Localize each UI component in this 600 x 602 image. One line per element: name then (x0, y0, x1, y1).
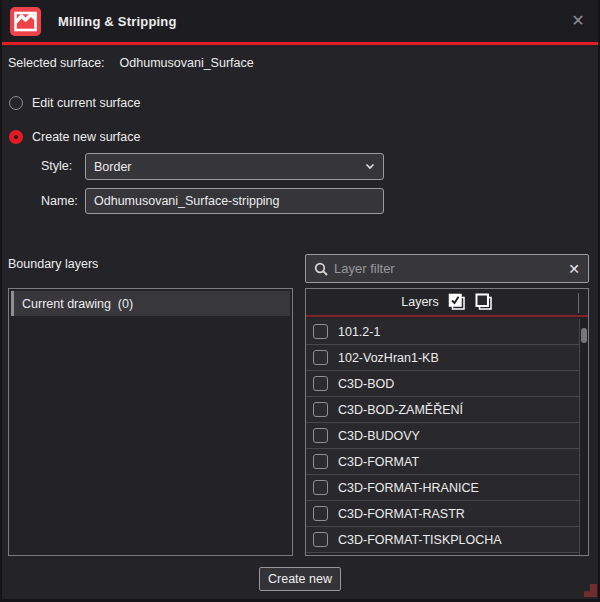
layer-checkbox[interactable] (313, 506, 328, 521)
layer-checkbox[interactable] (313, 376, 328, 391)
layer-checkbox[interactable] (313, 454, 328, 469)
layer-row[interactable]: C3D-FORMAT-TISKPLOCHA (306, 527, 579, 553)
selected-surface-row: Selected surface: Odhumusovani_Surface (8, 56, 254, 70)
layer-name: C3D-BOD (338, 377, 394, 391)
selected-surface-label: Selected surface: (8, 56, 105, 70)
layer-name: 102-VozHran1-KB (338, 351, 439, 365)
chevron-down-icon (365, 163, 375, 170)
layer-row[interactable]: C3D-FORMAT (306, 449, 579, 475)
style-select[interactable]: Border (85, 153, 384, 180)
layer-name: 101.2-1 (338, 325, 380, 339)
layer-name: C3D-FORMAT-TISKPLOCHA (338, 533, 502, 547)
layers-scrollbar[interactable] (579, 319, 588, 555)
radio-create-new-surface[interactable]: Create new surface (9, 130, 140, 144)
style-label: Style: (41, 159, 72, 173)
style-select-value: Border (94, 160, 132, 174)
layer-row[interactable]: C3D-BUDOVY (306, 423, 579, 449)
layer-name: C3D-FORMAT (338, 455, 419, 469)
column-divider (578, 293, 579, 313)
layer-row[interactable]: C3D-BOD-ZAMĚŘENÍ (306, 397, 579, 423)
layer-checkbox[interactable] (313, 402, 328, 417)
milling-stripping-dialog: Milling & Stripping ✕ Selected surface: … (0, 0, 600, 602)
boundary-layers-label: Boundary layers (8, 257, 98, 271)
layer-name: C3D-FORMAT-RASTR (338, 507, 465, 521)
search-icon (314, 262, 328, 276)
layer-checkbox[interactable] (313, 480, 328, 495)
layer-row[interactable]: 102-VozHran1-KB (306, 345, 579, 371)
clear-filter-icon[interactable]: ✕ (562, 261, 580, 277)
boundary-source-list: Current drawing (0) (8, 288, 293, 556)
select-all-layers-icon[interactable] (448, 293, 466, 311)
layers-column-header: Layers (306, 289, 588, 317)
name-input[interactable] (85, 188, 384, 214)
layer-row[interactable]: C3D-FORMAT-RASTR (306, 501, 579, 527)
radio-label: Create new surface (32, 130, 140, 144)
layer-row[interactable]: 101.2-1 (306, 319, 579, 345)
deselect-all-layers-icon[interactable] (475, 293, 493, 311)
accent-divider (0, 42, 600, 45)
layer-checkbox[interactable] (313, 428, 328, 443)
list-item-current-drawing[interactable]: Current drawing (0) (11, 291, 290, 316)
window-edge-left (0, 0, 2, 602)
layer-row[interactable]: C3D-FORMAT-HRANICE (306, 475, 579, 501)
layer-name: C3D-BUDOVY (338, 429, 420, 443)
title-bar: Milling & Stripping ✕ (0, 0, 600, 42)
close-icon[interactable]: ✕ (569, 12, 587, 30)
layer-checkbox[interactable] (313, 324, 328, 339)
scrollbar-thumb[interactable] (581, 328, 587, 343)
layers-panel: Layers 101.2-1 102-VozHran1-KB (305, 288, 589, 556)
layer-name: C3D-BOD-ZAMĚŘENÍ (338, 403, 463, 417)
page-title: Milling & Stripping (58, 14, 177, 29)
surface-icon (10, 7, 41, 36)
radio-selected-icon[interactable] (9, 130, 23, 144)
radio-label: Edit current surface (32, 96, 140, 110)
layer-checkbox[interactable] (313, 350, 328, 365)
layer-filter-box[interactable]: ✕ (305, 254, 589, 283)
resize-grip[interactable] (584, 584, 597, 597)
selected-surface-value: Odhumusovani_Surface (120, 56, 254, 70)
layers-header-label: Layers (401, 295, 439, 309)
radio-unselected-icon[interactable] (9, 96, 23, 110)
layer-filter-input[interactable] (334, 261, 562, 276)
layer-checkbox[interactable] (313, 532, 328, 547)
layers-list: 101.2-1 102-VozHran1-KB C3D-BOD C3D-BOD-… (306, 319, 579, 553)
layer-name: C3D-FORMAT-HRANICE (338, 481, 479, 495)
layer-row[interactable]: C3D-BOD (306, 371, 579, 397)
name-label: Name: (41, 194, 78, 208)
create-new-button[interactable]: Create new (259, 567, 341, 591)
radio-edit-current-surface[interactable]: Edit current surface (9, 96, 140, 110)
